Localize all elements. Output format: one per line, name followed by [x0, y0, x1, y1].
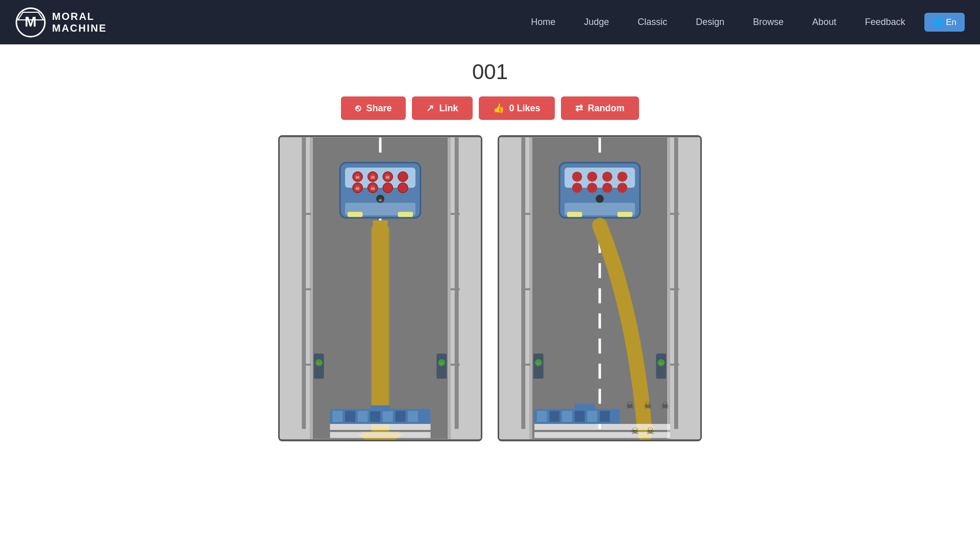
svg-point-33	[383, 183, 393, 193]
svg-text:🚶: 🚶	[658, 361, 665, 367]
svg-rect-81	[667, 138, 670, 439]
svg-rect-16	[451, 288, 460, 290]
svg-text:🚶: 🚶	[535, 361, 542, 367]
svg-rect-55	[396, 411, 406, 422]
svg-rect-57	[370, 406, 390, 412]
svg-rect-117	[600, 411, 610, 422]
svg-text:☠: ☠	[626, 400, 634, 411]
svg-rect-84	[521, 288, 530, 290]
svg-text:M: M	[24, 14, 36, 30]
svg-rect-53	[370, 411, 380, 422]
svg-rect-50	[332, 411, 342, 422]
svg-rect-116	[587, 411, 597, 422]
svg-rect-87	[670, 213, 679, 215]
svg-text:☠: ☠	[355, 173, 360, 181]
svg-point-96	[587, 171, 597, 182]
logo-text: MORAL MACHINE	[52, 11, 107, 34]
svg-point-35	[398, 183, 408, 193]
nav-home[interactable]: Home	[517, 0, 570, 44]
navbar: M MORAL MACHINE Home Judge Classic Desig…	[0, 0, 980, 44]
svg-rect-11	[302, 213, 311, 215]
svg-rect-15	[451, 213, 460, 215]
svg-point-34	[398, 171, 408, 182]
svg-rect-88	[670, 288, 679, 290]
svg-rect-82	[521, 138, 525, 429]
svg-rect-42	[373, 220, 388, 434]
svg-rect-17	[451, 364, 460, 366]
nav-links: Home Judge Classic Design Browse About F…	[517, 0, 965, 44]
random-button[interactable]: ⇄ Random	[561, 96, 639, 120]
logo-icon: M	[15, 7, 46, 38]
svg-point-95	[572, 171, 582, 182]
svg-point-102	[617, 183, 627, 193]
nav-classic[interactable]: Classic	[623, 0, 681, 44]
language-button[interactable]: 🌐 En	[924, 13, 965, 32]
scenario-number: 001	[472, 60, 508, 84]
svg-rect-9	[448, 138, 451, 439]
svg-rect-114	[562, 411, 572, 422]
link-button[interactable]: ↗ Link	[412, 96, 472, 120]
svg-rect-58	[330, 424, 431, 430]
svg-rect-93	[567, 212, 582, 217]
share-button[interactable]: ⎋ Share	[341, 96, 406, 120]
svg-rect-10	[302, 138, 306, 429]
scenario-right[interactable]: 🚶 🚶 ☠ ☠ ☠	[498, 135, 702, 441]
svg-rect-12	[302, 288, 311, 290]
svg-point-99	[572, 183, 582, 193]
svg-text:☠: ☠	[631, 426, 639, 436]
nav-browse[interactable]: Browse	[739, 0, 798, 44]
svg-rect-113	[550, 411, 560, 422]
svg-rect-112	[537, 411, 547, 422]
svg-rect-13	[302, 364, 311, 366]
scenario-left[interactable]: ☠ ☠ ☠ ☠ ☠ ☠	[278, 135, 482, 441]
shuffle-icon: ⇄	[575, 103, 583, 114]
thumbs-up-icon: 👍	[493, 103, 504, 114]
svg-rect-56	[408, 411, 418, 422]
svg-rect-54	[383, 411, 393, 422]
svg-text:🚶: 🚶	[316, 361, 322, 367]
svg-text:🚶: 🚶	[439, 361, 445, 367]
svg-rect-14	[455, 138, 459, 429]
svg-text:☠: ☠	[378, 197, 382, 203]
svg-rect-52	[358, 411, 368, 422]
svg-rect-51	[345, 411, 355, 422]
svg-text:☠: ☠	[661, 400, 669, 411]
svg-point-101	[602, 183, 612, 193]
svg-text:☠: ☠	[385, 173, 390, 181]
svg-rect-21	[348, 212, 363, 217]
logo[interactable]: M MORAL MACHINE	[15, 7, 107, 38]
svg-rect-115	[575, 411, 585, 422]
svg-rect-59	[330, 432, 431, 438]
scenarios-container: ☠ ☠ ☠ ☠ ☠ ☠	[0, 135, 980, 441]
svg-text:☠: ☠	[370, 185, 376, 192]
likes-button[interactable]: 👍 0 Likes	[479, 96, 555, 120]
svg-text:☠: ☠	[370, 173, 376, 181]
svg-point-98	[617, 171, 627, 182]
link-icon: ↗	[426, 103, 434, 114]
svg-rect-94	[617, 212, 632, 217]
svg-point-100	[587, 183, 597, 193]
svg-text:☠: ☠	[646, 426, 654, 436]
svg-rect-83	[521, 213, 530, 215]
svg-text:☠: ☠	[644, 400, 652, 411]
nav-judge[interactable]: Judge	[570, 0, 623, 44]
svg-point-97	[602, 171, 612, 182]
nav-design[interactable]: Design	[681, 0, 739, 44]
nav-feedback[interactable]: Feedback	[850, 0, 919, 44]
svg-rect-89	[670, 364, 679, 366]
svg-rect-85	[521, 364, 530, 366]
main-content: 001 ⎋ Share ↗ Link 👍 0 Likes ⇄ Random	[0, 44, 980, 441]
nav-about[interactable]: About	[798, 0, 850, 44]
svg-rect-86	[674, 138, 678, 429]
svg-rect-118	[575, 404, 595, 410]
action-buttons: ⎋ Share ↗ Link 👍 0 Likes ⇄ Random	[341, 96, 639, 120]
svg-text:☠: ☠	[355, 185, 360, 192]
svg-point-103	[596, 195, 604, 203]
share-icon: ⎋	[355, 103, 361, 114]
svg-rect-22	[398, 212, 413, 217]
